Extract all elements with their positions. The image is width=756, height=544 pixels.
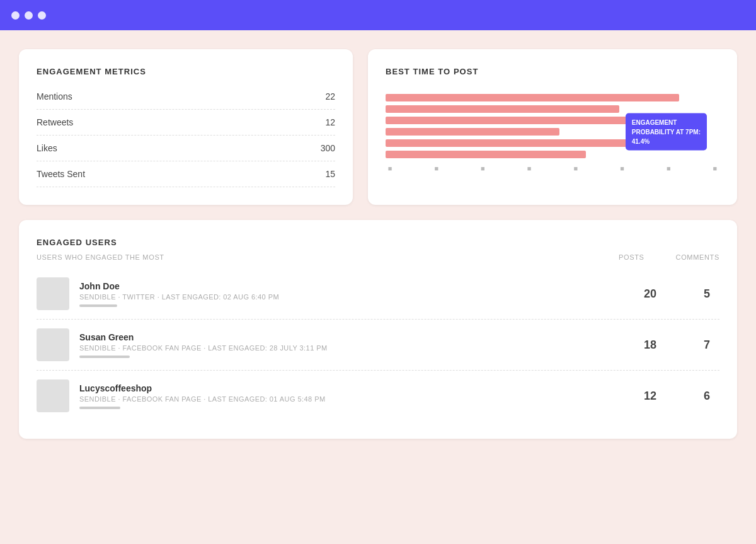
chart-bar-row [386, 94, 719, 101]
chart-bar-row: ENGAGEMENTPROBABILITY AT 7PM:41.4% [386, 128, 719, 136]
user-row: Susan Green SENDIBLE · FACEBOOK FAN PAGE… [37, 320, 719, 371]
titlebar-dot-1 [11, 11, 20, 20]
x-axis-label: ■ [619, 165, 626, 172]
x-axis-label: ■ [387, 165, 393, 172]
avatar [37, 277, 69, 310]
user-bar [79, 356, 130, 358]
user-row: Lucyscoffeeshop SENDIBLE · FACEBOOK FAN … [37, 371, 719, 421]
user-meta: SENDIBLE · FACEBOOK FAN PAGE · LAST ENGA… [79, 344, 627, 352]
user-stats: 20 5 [638, 287, 719, 301]
user-meta: SENDIBLE · FACEBOOK FAN PAGE · LAST ENGA… [79, 395, 627, 403]
metric-value: 15 [325, 169, 335, 179]
user-comments: 6 [694, 390, 719, 403]
user-posts: 18 [638, 339, 663, 352]
chart-tooltip: ENGAGEMENTPROBABILITY AT 7PM:41.4% [626, 113, 707, 151]
user-bar [79, 407, 120, 409]
user-row: John Doe SENDIBLE · TWITTER · LAST ENGAG… [37, 269, 719, 320]
titlebar [0, 0, 756, 30]
chart-x-axis: ■■■■■■■■ [386, 165, 719, 172]
users-list: John Doe SENDIBLE · TWITTER · LAST ENGAG… [37, 269, 719, 421]
x-axis-label: ■ [433, 165, 440, 172]
chart-bar-row [386, 151, 719, 158]
metric-row: Tweets Sent 15 [37, 161, 335, 187]
chart-bar [386, 151, 586, 158]
metrics-list: Mentions 22 Retweets 12 Likes 300 Tweets… [37, 89, 335, 187]
user-posts: 20 [638, 287, 663, 301]
user-stats: 18 7 [638, 339, 719, 352]
user-posts: 12 [638, 390, 663, 403]
user-name: John Doe [79, 281, 627, 291]
engaged-users-header: ENGAGED USERS [37, 238, 719, 247]
col-headers: POSTS COMMENTS [619, 253, 719, 261]
x-axis-label: ■ [712, 165, 718, 172]
user-comments: 7 [694, 339, 719, 352]
sub-label: USERS WHO ENGAGED THE MOST [37, 253, 164, 261]
titlebar-dot-3 [38, 11, 46, 20]
engagement-metrics-title: ENGAGEMENT METRICS [37, 67, 335, 76]
col-header-comments: COMMENTS [676, 253, 719, 261]
engaged-users-title: ENGAGED USERS [37, 238, 117, 247]
main-content: ENGAGEMENT METRICS Mentions 22 Retweets … [0, 30, 756, 458]
user-comments: 5 [694, 287, 719, 301]
metric-label: Likes [37, 143, 57, 153]
metric-label: Mentions [37, 91, 72, 101]
x-axis-label: ■ [665, 165, 672, 172]
metric-row: Retweets 12 [37, 110, 335, 136]
avatar [37, 379, 69, 412]
chart-bar [386, 139, 633, 147]
chart-bar [386, 128, 559, 136]
titlebar-dot-2 [25, 11, 33, 20]
user-name: Lucyscoffeeshop [79, 383, 627, 393]
metric-value: 300 [321, 143, 335, 153]
metric-value: 12 [325, 117, 335, 127]
col-header-posts: POSTS [619, 253, 644, 261]
best-time-chart: ENGAGEMENTPROBABILITY AT 7PM:41.4%■■■■■■… [386, 89, 719, 172]
metric-row: Mentions 22 [37, 89, 335, 110]
chart-bar-row [386, 105, 719, 113]
x-axis-label: ■ [573, 165, 579, 172]
user-bar [79, 304, 117, 307]
best-time-card: BEST TIME TO POST ENGAGEMENTPROBABILITY … [368, 49, 737, 205]
chart-bar [386, 105, 619, 113]
user-stats: 12 6 [638, 390, 719, 403]
chart-bar [386, 94, 679, 101]
engaged-users-card: ENGAGED USERS USERS WHO ENGAGED THE MOST… [19, 220, 737, 439]
metric-row: Likes 300 [37, 136, 335, 161]
user-info: John Doe SENDIBLE · TWITTER · LAST ENGAG… [79, 281, 627, 307]
metric-label: Retweets [37, 117, 73, 127]
metric-value: 22 [325, 91, 335, 101]
top-row: ENGAGEMENT METRICS Mentions 22 Retweets … [19, 49, 737, 205]
x-axis-label: ■ [479, 165, 486, 172]
user-name: Susan Green [79, 332, 627, 342]
user-info: Lucyscoffeeshop SENDIBLE · FACEBOOK FAN … [79, 383, 627, 409]
engaged-users-subheader: USERS WHO ENGAGED THE MOST POSTS COMMENT… [37, 253, 719, 261]
best-time-title: BEST TIME TO POST [386, 67, 719, 76]
user-info: Susan Green SENDIBLE · FACEBOOK FAN PAGE… [79, 332, 627, 358]
avatar [37, 328, 69, 361]
metric-label: Tweets Sent [37, 169, 85, 179]
engagement-metrics-card: ENGAGEMENT METRICS Mentions 22 Retweets … [19, 49, 353, 205]
user-meta: SENDIBLE · TWITTER · LAST ENGAGED: 02 AU… [79, 293, 627, 301]
x-axis-label: ■ [526, 165, 532, 172]
